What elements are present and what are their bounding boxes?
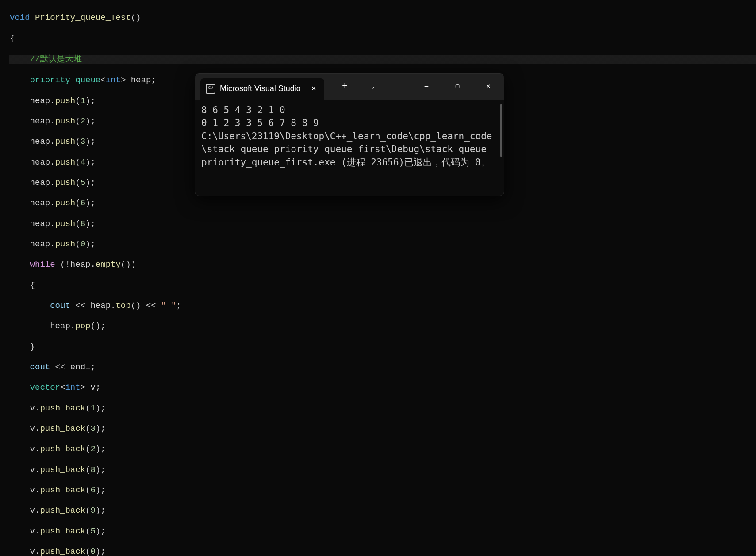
brace: { bbox=[30, 280, 35, 290]
paren: ); bbox=[96, 403, 106, 413]
type: int bbox=[106, 75, 121, 85]
number: 6 bbox=[81, 198, 85, 208]
method: push_back bbox=[40, 526, 85, 536]
paren: ( bbox=[75, 198, 80, 208]
variable: heap bbox=[126, 75, 151, 85]
output-line: 8 6 5 4 3 2 1 0 bbox=[201, 104, 498, 117]
minimize-button[interactable]: — bbox=[414, 78, 439, 96]
parens: ()) bbox=[121, 260, 136, 269]
method: pop bbox=[75, 321, 90, 331]
method: push bbox=[55, 219, 76, 229]
scrollbar[interactable] bbox=[500, 104, 502, 157]
variable: v bbox=[85, 383, 96, 392]
paren: ); bbox=[96, 424, 106, 433]
separator bbox=[359, 81, 359, 92]
paren: ); bbox=[85, 219, 96, 229]
terminal-tab[interactable]: C:\ Microsoft Visual Studio ✕ bbox=[200, 78, 324, 100]
function-name: Priority_queue_Test bbox=[35, 13, 131, 23]
terminal-output[interactable]: 8 6 5 4 3 2 1 0 0 1 2 3 3 5 6 7 8 8 9 C:… bbox=[195, 100, 504, 196]
cout: cout bbox=[50, 301, 70, 311]
paren: ( bbox=[75, 219, 80, 229]
paren: ( bbox=[85, 465, 90, 475]
number: 0 bbox=[81, 239, 85, 249]
chevron-down-icon: ⌄ bbox=[371, 83, 375, 90]
paren: ( bbox=[85, 506, 90, 515]
paren: ); bbox=[96, 526, 106, 536]
obj: v. bbox=[30, 465, 40, 475]
method: top bbox=[115, 301, 130, 311]
paren: ); bbox=[96, 547, 106, 556]
number: 2 bbox=[90, 444, 95, 454]
close-icon: ✕ bbox=[487, 83, 490, 90]
paren: ( bbox=[85, 424, 90, 433]
class-name: priority_queue bbox=[30, 75, 101, 85]
comment: //默认是大堆 bbox=[30, 54, 82, 64]
method: push bbox=[55, 198, 76, 208]
terminal-titlebar[interactable]: C:\ Microsoft Visual Studio ✕ + ⌄ — ▢ ✕ bbox=[195, 74, 504, 100]
obj: heap. bbox=[30, 116, 55, 126]
semicolon: ; bbox=[96, 383, 100, 392]
maximize-button[interactable]: ▢ bbox=[445, 78, 470, 96]
class-name: vector bbox=[30, 383, 60, 392]
endl: endl bbox=[70, 362, 91, 372]
angle: > bbox=[81, 383, 85, 392]
obj: v. bbox=[30, 444, 40, 454]
obj: heap. bbox=[30, 137, 55, 146]
obj: heap. bbox=[30, 157, 55, 167]
paren: ( bbox=[85, 526, 90, 536]
paren: ); bbox=[85, 96, 96, 106]
method: push bbox=[55, 178, 76, 188]
operator: << bbox=[50, 362, 70, 372]
tab-title: Microsoft Visual Studio bbox=[220, 84, 301, 94]
maximize-icon: ▢ bbox=[456, 83, 459, 90]
obj: heap. bbox=[90, 301, 115, 311]
tab-close-button[interactable]: ✕ bbox=[309, 82, 319, 96]
new-tab-button[interactable]: + bbox=[333, 78, 357, 96]
output-line: 0 1 2 3 3 5 6 7 8 8 9 bbox=[201, 117, 498, 130]
keyword-while: while bbox=[30, 260, 55, 269]
method: push bbox=[55, 239, 76, 249]
number: 5 bbox=[81, 178, 85, 188]
obj: v. bbox=[30, 485, 40, 495]
obj: heap. bbox=[30, 198, 55, 208]
number: 2 bbox=[81, 116, 85, 126]
paren: ( bbox=[75, 157, 80, 167]
output-line: C:\Users\23119\Desktop\C++_learn_code\cp… bbox=[201, 130, 498, 169]
terminal-window[interactable]: C:\ Microsoft Visual Studio ✕ + ⌄ — ▢ ✕ … bbox=[195, 73, 504, 196]
paren: ( bbox=[85, 547, 90, 556]
console-icon: C:\ bbox=[206, 84, 215, 94]
paren: ( bbox=[75, 116, 80, 126]
angle: < bbox=[100, 75, 105, 85]
operator: << bbox=[141, 301, 161, 311]
tab-dropdown-button[interactable]: ⌄ bbox=[361, 78, 385, 96]
paren: ( bbox=[75, 178, 80, 188]
number: 3 bbox=[81, 137, 85, 146]
number: 8 bbox=[81, 219, 85, 229]
obj: heap. bbox=[30, 178, 55, 188]
paren: ( bbox=[75, 96, 80, 106]
number: 5 bbox=[90, 526, 95, 536]
paren: ( bbox=[85, 485, 90, 495]
close-button[interactable]: ✕ bbox=[476, 78, 501, 96]
obj: heap. bbox=[50, 321, 75, 331]
obj: v. bbox=[30, 526, 40, 536]
paren: ( bbox=[75, 137, 80, 146]
paren: ); bbox=[85, 178, 96, 188]
paren: ); bbox=[96, 506, 106, 515]
paren: ); bbox=[96, 465, 106, 475]
obj: heap. bbox=[30, 219, 55, 229]
number: 1 bbox=[90, 403, 95, 413]
method: push bbox=[55, 116, 76, 126]
number: 4 bbox=[81, 157, 85, 167]
paren: ); bbox=[85, 198, 96, 208]
operator: << bbox=[70, 301, 91, 311]
number: 8 bbox=[90, 465, 95, 475]
cout: cout bbox=[30, 362, 50, 372]
method: push bbox=[55, 157, 76, 167]
semicolon: ; bbox=[90, 362, 95, 372]
method: empty bbox=[96, 260, 121, 269]
obj: v. bbox=[30, 403, 40, 413]
parens: (); bbox=[90, 321, 105, 331]
expr: (!heap. bbox=[55, 260, 96, 269]
brace: } bbox=[30, 342, 35, 352]
